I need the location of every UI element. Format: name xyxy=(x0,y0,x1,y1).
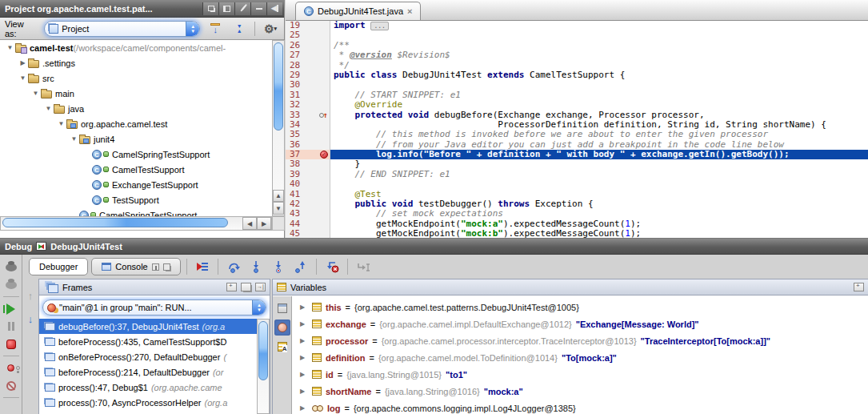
variable-row-log[interactable]: ▶log = {org.apache.commons.logging.impl.… xyxy=(292,400,868,414)
tree-item-src[interactable]: ▼src xyxy=(0,70,272,86)
scroll-down-icon[interactable]: ▼ xyxy=(273,202,284,215)
code-text[interactable]: // from your Java editor you can just ad… xyxy=(330,140,868,150)
code-text[interactable]: getMockEndpoint("mock:b").expectedMessag… xyxy=(330,229,868,238)
breakpoint-gutter-icon[interactable]: ✓ xyxy=(318,151,330,159)
expand-arrow-icon[interactable]: ▶ xyxy=(300,404,308,412)
resume-program-icon[interactable] xyxy=(3,301,19,316)
variable-row-processor[interactable]: ▶processor = {org.apache.camel.processor… xyxy=(292,332,868,349)
gutter[interactable]: 38 xyxy=(286,159,330,169)
float-tab-icon[interactable] xyxy=(163,263,170,271)
project-tree-vertical-scrollbar[interactable]: ▲ ▼ xyxy=(272,40,285,216)
tree-item-camelspringtestsupport[interactable]: CCamelSpringTestSupport xyxy=(0,207,272,216)
expand-arrow-icon[interactable]: ▶ xyxy=(300,371,308,378)
current-execution-line[interactable]: log.info("Before " + definition + " with… xyxy=(330,150,868,159)
scrollbar-thumb[interactable] xyxy=(2,218,228,227)
expanded-arrow-icon[interactable]: ▼ xyxy=(18,74,28,82)
expand-arrow-icon[interactable]: ▶ xyxy=(300,320,308,328)
drop-frame-icon[interactable] xyxy=(322,258,342,275)
stack-frame-row[interactable]: process():47, Debug$1 (org.apache.came xyxy=(39,380,257,395)
editor-tab-debugjunit4test[interactable]: C DebugJUnit4Test.java × xyxy=(295,2,421,20)
code-text[interactable] xyxy=(330,179,868,189)
expand-arrow-icon[interactable]: ▶ xyxy=(300,337,308,344)
dock-window-icon[interactable] xyxy=(218,2,234,15)
stack-frame-row[interactable]: beforeProcess():435, CamelTestSupport$D xyxy=(39,334,257,349)
dock-right-icon[interactable] xyxy=(255,283,266,291)
expanded-arrow-icon[interactable]: ▼ xyxy=(30,90,41,97)
view-breakpoints-icon[interactable] xyxy=(3,360,19,376)
stack-frame-row[interactable]: beforeProcess():214, DefaultDebugger (or xyxy=(39,364,257,380)
gutter[interactable]: 40 xyxy=(286,179,330,189)
scrollbar-thumb[interactable] xyxy=(274,42,283,131)
override-gutter-icon[interactable]: ↑ xyxy=(318,111,330,120)
code-text[interactable]: @Override xyxy=(330,100,868,110)
code-text[interactable]: getMockEndpoint("mock:a").expectedMessag… xyxy=(330,219,868,229)
step-into-icon[interactable] xyxy=(246,258,266,275)
evaluate-expression-icon[interactable] xyxy=(274,300,290,316)
hide-window-icon[interactable]: ◀ xyxy=(266,2,282,15)
float-variables-icon[interactable] xyxy=(854,283,864,291)
gutter[interactable]: 43 xyxy=(286,209,330,219)
code-text[interactable]: // this method is invoked before we are … xyxy=(330,130,868,139)
watch-mode-icon[interactable] xyxy=(274,320,290,336)
float-frames-icon[interactable] xyxy=(241,283,251,291)
gutter[interactable]: 30 xyxy=(286,80,330,90)
scrollbar-thumb[interactable] xyxy=(258,321,268,380)
variable-row-this[interactable]: ▶this = {org.apache.camel.test.patterns.… xyxy=(292,299,868,316)
code-text[interactable]: ProcessorDefinition definition, String i… xyxy=(330,120,868,130)
tree-item-main[interactable]: ▼main xyxy=(0,86,272,101)
scroll-left-icon[interactable]: ◀ xyxy=(242,217,257,230)
breakpoint-icon[interactable]: ✓ xyxy=(320,151,328,159)
expanded-arrow-icon[interactable]: ▼ xyxy=(56,120,66,127)
close-tab-icon[interactable]: × xyxy=(407,6,412,16)
autoscroll-to-source-icon[interactable]: ↓ xyxy=(206,21,224,37)
code-text[interactable]: // START SNIPPET: e1 xyxy=(330,90,868,100)
gutter[interactable]: 25 xyxy=(286,30,330,40)
code-text[interactable]: import ... xyxy=(330,21,868,30)
thread-dropdown[interactable]: "main"@1 in group "main": RUN... ▲▼ xyxy=(42,299,266,316)
variable-row-definition[interactable]: ▶definition = {org.apache.camel.model.To… xyxy=(292,349,868,366)
tree-item--settings[interactable]: ▶.settings xyxy=(0,55,272,70)
view-as-dropdown[interactable]: Project ▲▼ xyxy=(44,21,200,37)
gutter[interactable]: 35 xyxy=(286,130,330,139)
gutter[interactable]: 45 xyxy=(286,229,330,238)
code-text[interactable]: } xyxy=(330,159,868,169)
code-text[interactable]: // set mock expectations xyxy=(330,209,868,219)
expand-arrow-icon[interactable]: ▶ xyxy=(300,303,308,311)
expanded-arrow-icon[interactable]: ▼ xyxy=(5,44,15,51)
code-text[interactable]: @Test xyxy=(330,190,868,199)
gutter[interactable]: 32 xyxy=(286,100,330,110)
frames-vertical-scrollbar[interactable] xyxy=(257,319,270,414)
frame-down-icon[interactable]: ↓ xyxy=(28,313,34,325)
scroll-up-icon[interactable]: ▲ xyxy=(273,190,284,202)
expand-arrow-icon[interactable]: ▶ xyxy=(300,388,308,395)
variable-row-exchange[interactable]: ▶exchange = {org.apache.camel.impl.Defau… xyxy=(292,316,868,332)
tree-item-cameltestsupport[interactable]: CCamelTestSupport xyxy=(0,162,272,177)
code-editor[interactable]: 19import ...25 26/**27 * @version $Revis… xyxy=(286,21,868,238)
collapse-all-icon[interactable]: ▼▲ xyxy=(230,21,248,37)
tab-console[interactable]: Console xyxy=(91,258,180,275)
tree-item-testsupport[interactable]: CTestSupport xyxy=(0,192,272,207)
code-text[interactable]: public void testDebugger() throws Except… xyxy=(330,199,868,209)
code-text[interactable]: // END SNIPPET: e1 xyxy=(330,170,868,179)
pause-program-icon[interactable] xyxy=(3,319,19,334)
tree-item-java[interactable]: ▼java xyxy=(0,101,272,116)
show-execution-point-icon[interactable] xyxy=(193,258,212,275)
tab-debugger[interactable]: Debugger xyxy=(29,258,88,275)
project-tree-horizontal-scrollbar[interactable]: ◀ ▶ xyxy=(0,216,272,231)
step-over-icon[interactable] xyxy=(224,258,243,275)
sort-alphabetically-icon[interactable] xyxy=(274,339,290,355)
rerun-debugger-icon[interactable] xyxy=(3,259,19,275)
run-to-cursor-icon[interactable] xyxy=(354,258,373,275)
pin-window-icon[interactable] xyxy=(234,2,250,15)
stack-frame-row[interactable]: debugBefore():37, DebugJUnit4Test (org.a xyxy=(39,319,257,334)
frame-up-icon[interactable]: ↑ xyxy=(28,290,34,302)
expand-arrow-icon[interactable]: ▶ xyxy=(300,354,308,361)
code-text[interactable]: public class DebugJUnit4Test extends Cam… xyxy=(330,70,868,80)
variable-row-id[interactable]: ▶id = {java.lang.String@1015}"to1" xyxy=(292,366,868,383)
gutter[interactable]: 27 xyxy=(286,50,330,60)
debugger-settings-icon[interactable] xyxy=(3,277,19,292)
step-out-icon[interactable] xyxy=(291,258,310,275)
settings-gear-icon[interactable]: ⚙▾ xyxy=(262,21,279,37)
code-text[interactable]: protected void debugBefore(Exchange exch… xyxy=(330,111,868,120)
scroll-right-icon[interactable]: ▶ xyxy=(257,217,271,230)
